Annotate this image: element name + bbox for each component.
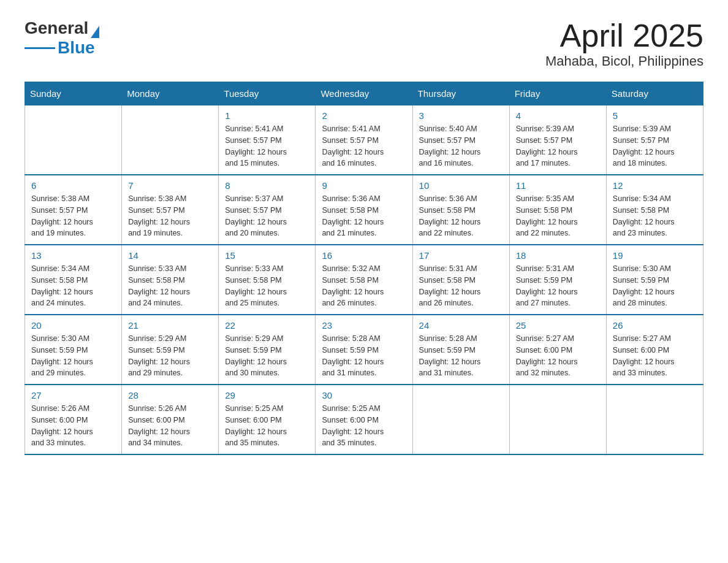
calendar-weekday-header: Tuesday	[219, 82, 316, 105]
calendar-weekday-header: Thursday	[412, 82, 509, 105]
day-info: Sunrise: 5:33 AMSunset: 5:58 PMDaylight:…	[225, 263, 309, 309]
calendar-day-cell	[412, 385, 509, 454]
day-number: 3	[419, 110, 503, 121]
day-info: Sunrise: 5:38 AMSunset: 5:57 PMDaylight:…	[31, 193, 115, 239]
day-number: 9	[322, 180, 406, 191]
page-header: General Blue April 2025 Mahaba, Bicol, P…	[25, 18, 703, 69]
calendar-day-cell: 8Sunrise: 5:37 AMSunset: 5:57 PMDaylight…	[219, 175, 316, 245]
calendar-day-cell: 10Sunrise: 5:36 AMSunset: 5:58 PMDayligh…	[412, 175, 509, 245]
calendar-day-cell: 2Sunrise: 5:41 AMSunset: 5:57 PMDaylight…	[316, 105, 412, 175]
logo-blue-text: Blue	[58, 38, 95, 58]
calendar-day-cell	[509, 385, 606, 454]
calendar-day-cell: 14Sunrise: 5:33 AMSunset: 5:58 PMDayligh…	[122, 245, 219, 315]
calendar-day-cell: 27Sunrise: 5:26 AMSunset: 6:00 PMDayligh…	[25, 385, 122, 454]
calendar-day-cell	[606, 385, 703, 454]
day-number: 4	[516, 110, 600, 121]
day-number: 17	[419, 250, 503, 261]
day-number: 11	[516, 180, 600, 191]
calendar-day-cell: 1Sunrise: 5:41 AMSunset: 5:57 PMDaylight…	[219, 105, 316, 175]
day-info: Sunrise: 5:27 AMSunset: 6:00 PMDaylight:…	[516, 333, 600, 379]
day-info: Sunrise: 5:31 AMSunset: 5:58 PMDaylight:…	[419, 263, 503, 309]
calendar-day-cell: 21Sunrise: 5:29 AMSunset: 5:59 PMDayligh…	[122, 315, 219, 385]
day-number: 8	[225, 180, 309, 191]
day-number: 27	[31, 390, 115, 400]
day-number: 1	[225, 110, 309, 121]
calendar-day-cell: 20Sunrise: 5:30 AMSunset: 5:59 PMDayligh…	[25, 315, 122, 385]
title-block: April 2025 Mahaba, Bicol, Philippines	[545, 18, 703, 69]
calendar-weekday-header: Monday	[122, 82, 219, 105]
day-info: Sunrise: 5:27 AMSunset: 6:00 PMDaylight:…	[613, 333, 697, 379]
day-info: Sunrise: 5:33 AMSunset: 5:58 PMDaylight:…	[128, 263, 212, 309]
calendar-day-cell: 25Sunrise: 5:27 AMSunset: 6:00 PMDayligh…	[509, 315, 606, 385]
calendar-day-cell: 9Sunrise: 5:36 AMSunset: 5:58 PMDaylight…	[316, 175, 412, 245]
day-info: Sunrise: 5:25 AMSunset: 6:00 PMDaylight:…	[322, 403, 406, 449]
calendar-week-row: 6Sunrise: 5:38 AMSunset: 5:57 PMDaylight…	[25, 175, 703, 245]
day-info: Sunrise: 5:34 AMSunset: 5:58 PMDaylight:…	[613, 193, 697, 239]
calendar-day-cell: 24Sunrise: 5:28 AMSunset: 5:59 PMDayligh…	[412, 315, 509, 385]
calendar-day-cell: 11Sunrise: 5:35 AMSunset: 5:58 PMDayligh…	[509, 175, 606, 245]
calendar-header-row: SundayMondayTuesdayWednesdayThursdayFrid…	[25, 82, 703, 105]
day-info: Sunrise: 5:36 AMSunset: 5:58 PMDaylight:…	[419, 193, 503, 239]
calendar-day-cell: 16Sunrise: 5:32 AMSunset: 5:58 PMDayligh…	[316, 245, 412, 315]
day-number: 6	[31, 180, 115, 191]
day-info: Sunrise: 5:30 AMSunset: 5:59 PMDaylight:…	[31, 333, 115, 379]
calendar-day-cell: 15Sunrise: 5:33 AMSunset: 5:58 PMDayligh…	[219, 245, 316, 315]
day-info: Sunrise: 5:39 AMSunset: 5:57 PMDaylight:…	[516, 123, 600, 169]
day-info: Sunrise: 5:38 AMSunset: 5:57 PMDaylight:…	[128, 193, 212, 239]
day-number: 20	[31, 320, 115, 331]
day-number: 2	[322, 110, 406, 121]
calendar-week-row: 1Sunrise: 5:41 AMSunset: 5:57 PMDaylight…	[25, 105, 703, 175]
calendar-day-cell: 13Sunrise: 5:34 AMSunset: 5:58 PMDayligh…	[25, 245, 122, 315]
calendar-day-cell: 12Sunrise: 5:34 AMSunset: 5:58 PMDayligh…	[606, 175, 703, 245]
day-number: 26	[613, 320, 697, 331]
day-info: Sunrise: 5:39 AMSunset: 5:57 PMDaylight:…	[613, 123, 697, 169]
day-info: Sunrise: 5:32 AMSunset: 5:58 PMDaylight:…	[322, 263, 406, 309]
calendar-day-cell: 19Sunrise: 5:30 AMSunset: 5:59 PMDayligh…	[606, 245, 703, 315]
day-number: 19	[613, 250, 697, 261]
calendar-day-cell: 22Sunrise: 5:29 AMSunset: 5:59 PMDayligh…	[219, 315, 316, 385]
calendar-week-row: 13Sunrise: 5:34 AMSunset: 5:58 PMDayligh…	[25, 245, 703, 315]
day-number: 28	[128, 390, 212, 400]
calendar-day-cell: 26Sunrise: 5:27 AMSunset: 6:00 PMDayligh…	[606, 315, 703, 385]
day-number: 10	[419, 180, 503, 191]
calendar-week-row: 27Sunrise: 5:26 AMSunset: 6:00 PMDayligh…	[25, 385, 703, 454]
day-info: Sunrise: 5:25 AMSunset: 6:00 PMDaylight:…	[225, 403, 309, 449]
calendar-day-cell: 30Sunrise: 5:25 AMSunset: 6:00 PMDayligh…	[316, 385, 412, 454]
day-number: 21	[128, 320, 212, 331]
day-number: 12	[613, 180, 697, 191]
day-info: Sunrise: 5:29 AMSunset: 5:59 PMDaylight:…	[225, 333, 309, 379]
logo-underline	[25, 47, 55, 49]
calendar-day-cell: 3Sunrise: 5:40 AMSunset: 5:57 PMDaylight…	[412, 105, 509, 175]
calendar-table: SundayMondayTuesdayWednesdayThursdayFrid…	[25, 82, 703, 455]
calendar-day-cell: 17Sunrise: 5:31 AMSunset: 5:58 PMDayligh…	[412, 245, 509, 315]
logo-general-text: General	[25, 18, 88, 38]
day-number: 23	[322, 320, 406, 331]
day-info: Sunrise: 5:30 AMSunset: 5:59 PMDaylight:…	[613, 263, 697, 309]
calendar-day-cell: 23Sunrise: 5:28 AMSunset: 5:59 PMDayligh…	[316, 315, 412, 385]
day-number: 5	[613, 110, 697, 121]
day-number: 24	[419, 320, 503, 331]
day-info: Sunrise: 5:40 AMSunset: 5:57 PMDaylight:…	[419, 123, 503, 169]
day-number: 7	[128, 180, 212, 191]
calendar-day-cell: 4Sunrise: 5:39 AMSunset: 5:57 PMDaylight…	[509, 105, 606, 175]
day-number: 29	[225, 390, 309, 400]
day-number: 18	[516, 250, 600, 261]
day-number: 13	[31, 250, 115, 261]
calendar-weekday-header: Sunday	[25, 82, 122, 105]
day-info: Sunrise: 5:35 AMSunset: 5:58 PMDaylight:…	[516, 193, 600, 239]
day-info: Sunrise: 5:29 AMSunset: 5:59 PMDaylight:…	[128, 333, 212, 379]
logo-triangle-icon	[91, 26, 99, 38]
day-info: Sunrise: 5:41 AMSunset: 5:57 PMDaylight:…	[225, 123, 309, 169]
day-info: Sunrise: 5:34 AMSunset: 5:58 PMDaylight:…	[31, 263, 115, 309]
day-info: Sunrise: 5:37 AMSunset: 5:57 PMDaylight:…	[225, 193, 309, 239]
day-number: 30	[322, 390, 406, 400]
day-info: Sunrise: 5:26 AMSunset: 6:00 PMDaylight:…	[128, 403, 212, 449]
day-info: Sunrise: 5:36 AMSunset: 5:58 PMDaylight:…	[322, 193, 406, 239]
calendar-weekday-header: Friday	[509, 82, 606, 105]
calendar-day-cell: 5Sunrise: 5:39 AMSunset: 5:57 PMDaylight…	[606, 105, 703, 175]
day-number: 15	[225, 250, 309, 261]
calendar-day-cell	[25, 105, 122, 175]
day-info: Sunrise: 5:31 AMSunset: 5:59 PMDaylight:…	[516, 263, 600, 309]
day-info: Sunrise: 5:28 AMSunset: 5:59 PMDaylight:…	[322, 333, 406, 379]
day-number: 14	[128, 250, 212, 261]
